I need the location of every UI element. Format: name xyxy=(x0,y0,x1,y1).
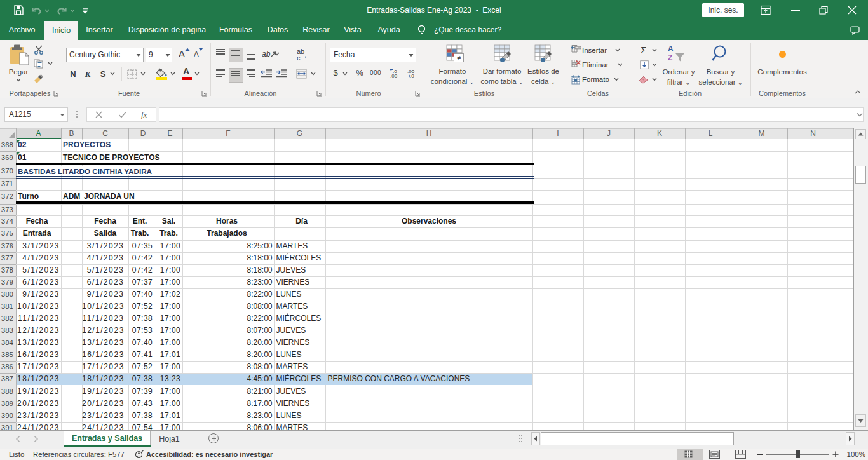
svg-text:ab: ab xyxy=(262,50,271,58)
svg-text:A: A xyxy=(668,44,674,53)
svg-text:c: c xyxy=(297,54,301,60)
svg-text:Z: Z xyxy=(668,53,672,62)
svg-text:,00: ,00 xyxy=(390,73,398,78)
